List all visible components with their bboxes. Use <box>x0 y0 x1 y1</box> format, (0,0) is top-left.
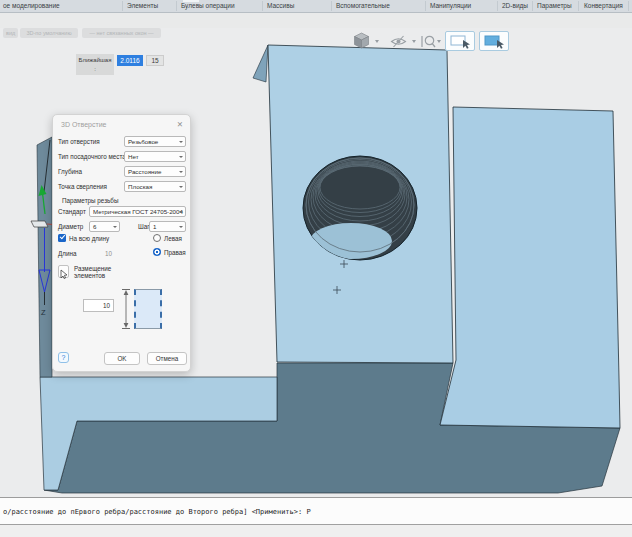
placement-cursor-button[interactable] <box>58 265 69 278</box>
cube-icon[interactable] <box>353 32 370 49</box>
model-right-face[interactable] <box>440 107 620 428</box>
menu-separator <box>425 1 426 11</box>
menu-separator <box>176 1 177 11</box>
menu-item-convert[interactable]: Конвертация <box>584 1 623 11</box>
chevron-down-icon <box>179 141 183 143</box>
linked-windows-button[interactable]: — нет связанных окон — <box>82 28 161 38</box>
diameter-label: Диаметр <box>58 223 83 230</box>
menu-separator <box>331 1 332 11</box>
cancel-button[interactable]: Отмена <box>147 352 187 365</box>
filled-rectangle-select-icon <box>480 32 508 50</box>
default-view-button[interactable]: 3D-по умолчанию <box>20 28 78 38</box>
view-button-disabled[interactable]: вид <box>3 28 18 38</box>
chevron-down-icon <box>179 226 183 228</box>
seat-type-label: Тип посадочного места <box>58 153 126 160</box>
menu-separator <box>578 1 579 11</box>
chevron-down-icon <box>179 186 183 188</box>
depth-label: Глубина <box>58 168 82 175</box>
menu-separator <box>262 1 263 11</box>
left-thread-radio[interactable] <box>153 234 161 242</box>
chevron-down-icon[interactable] <box>412 40 416 43</box>
thread-params-section-title: Параметры резьбы <box>62 197 118 204</box>
right-thread-radio[interactable] <box>153 248 161 256</box>
length-label: Длина <box>58 250 76 257</box>
length-value: 10 <box>105 250 112 257</box>
full-length-label: На всю длину <box>69 235 109 242</box>
ok-button[interactable]: OK <box>104 352 140 365</box>
menu-item-modeling[interactable]: ое моделирование <box>3 1 60 11</box>
magnifier-icon[interactable] <box>420 34 436 49</box>
toolbar-strip <box>0 13 632 28</box>
menu-item-arrays[interactable]: Массивы <box>267 1 294 11</box>
standard-select[interactable]: Метрическая ГОСТ 24705-2004 <box>89 206 186 217</box>
diameter-select[interactable]: 6 <box>89 221 120 232</box>
right-thread-label: Правая <box>164 249 186 256</box>
menu-item-elements[interactable]: Элементы <box>127 1 158 11</box>
left-thread-label: Левая <box>164 235 182 242</box>
threaded-hole[interactable] <box>303 156 417 260</box>
dimension-arrow <box>120 288 132 330</box>
menu-item-auxiliary[interactable]: Вспомогательные <box>336 1 390 11</box>
menu-separator <box>628 1 629 11</box>
chevron-down-icon <box>179 211 183 213</box>
plane-icon <box>31 221 48 227</box>
measure-value2-input[interactable]: 15 <box>146 55 164 66</box>
status-bar: о/расстояние до пЕрвого ребра/расстояние… <box>0 497 632 537</box>
seat-type-select[interactable]: Нет <box>124 151 186 162</box>
cursor-icon <box>59 269 68 280</box>
menu-item-manipulate[interactable]: Манипуляции <box>430 1 471 11</box>
menu-bar: ое моделирование Элементы Булевы операци… <box>0 0 632 13</box>
step-select[interactable]: 1 <box>149 221 186 232</box>
thread-preview-rect <box>134 289 162 329</box>
menu-item-2d-views[interactable]: 2D-виды <box>502 1 528 11</box>
help-button[interactable]: ? <box>58 352 69 363</box>
close-icon[interactable]: ✕ <box>177 120 183 129</box>
drill-point-label: Точка сверления <box>58 183 107 190</box>
chevron-down-icon <box>113 226 117 228</box>
select-crossing-button[interactable] <box>479 31 509 51</box>
hole-dialog: 3D Отверстие ✕ Тип отверстия Резьбовое Т… <box>52 114 191 372</box>
menu-item-parameters[interactable]: Параметры <box>537 1 572 11</box>
offset-input[interactable]: 10 <box>83 299 114 312</box>
chevron-down-icon <box>179 156 183 158</box>
cad-application-window: { "menu": { "items": [ {"label": "ое мод… <box>0 0 632 537</box>
menu-separator <box>532 1 533 11</box>
command-prompt-text: о/расстояние до пЕрвого ребра/расстояние… <box>3 508 311 516</box>
rectangle-select-icon <box>446 32 474 50</box>
depth-select[interactable]: Расстояние <box>124 166 186 177</box>
command-line[interactable]: о/расстояние до пЕрвого ребра/расстояние… <box>0 498 632 525</box>
axis-z-label: Z <box>41 308 46 317</box>
select-window-button[interactable] <box>445 31 475 51</box>
measure-label: Ближайшая : <box>76 54 114 75</box>
measure-value-input[interactable]: 2.0116 <box>117 55 143 66</box>
hole-type-label: Тип отверстия <box>58 138 100 145</box>
chevron-down-icon <box>179 171 183 173</box>
step-label: Шаг <box>138 223 150 230</box>
menu-item-boolean[interactable]: Булевы операции <box>181 1 235 11</box>
menu-separator <box>497 1 498 11</box>
chevron-down-icon[interactable] <box>375 40 379 43</box>
menu-separator <box>122 1 123 11</box>
dialog-title: 3D Отверстие <box>61 121 106 128</box>
drill-point-select[interactable]: Плоская <box>124 181 186 192</box>
full-length-checkbox[interactable] <box>58 234 66 242</box>
standard-label: Стандарт <box>58 208 86 215</box>
eye-off-icon[interactable] <box>390 35 407 48</box>
chevron-down-icon[interactable] <box>437 40 441 43</box>
hole-type-select[interactable]: Резьбовое <box>124 136 186 147</box>
placement-label: Размещение элементов <box>74 265 111 279</box>
